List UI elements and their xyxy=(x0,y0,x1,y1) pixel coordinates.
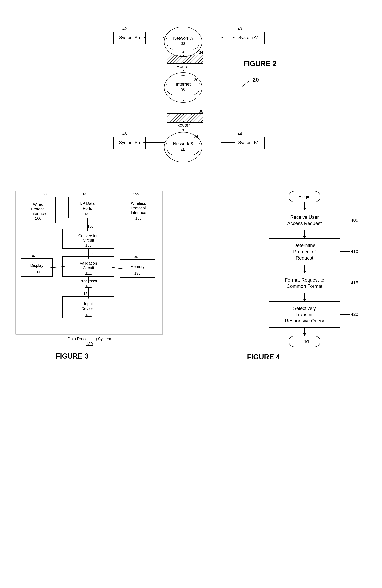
step410-ref: 410 xyxy=(351,249,358,254)
svg-text:Circuit: Circuit xyxy=(83,266,94,270)
svg-text:150: 150 xyxy=(85,243,92,248)
figure4-label: FIGURE 4 xyxy=(243,353,366,361)
svg-text:30: 30 xyxy=(181,87,185,91)
svg-text:Wireless: Wireless xyxy=(131,201,146,206)
svg-text:System A1: System A1 xyxy=(238,35,259,40)
svg-marker-52 xyxy=(221,37,223,39)
svg-text:Conversion: Conversion xyxy=(78,233,98,238)
svg-text:34: 34 xyxy=(199,50,203,55)
step405-ref: 405 xyxy=(351,218,358,223)
svg-text:46: 46 xyxy=(122,132,127,136)
svg-text:165: 165 xyxy=(85,271,92,275)
step420-ref: 420 xyxy=(351,312,358,317)
flow-step-420: Selectively Transmit Responsive Query xyxy=(269,301,340,328)
svg-text:38: 38 xyxy=(199,109,203,113)
svg-text:44: 44 xyxy=(237,132,242,136)
svg-text:136: 136 xyxy=(132,255,138,259)
svg-marker-70 xyxy=(221,142,223,143)
svg-text:Protocol: Protocol xyxy=(31,207,45,211)
svg-text:36: 36 xyxy=(194,135,198,139)
svg-text:Display: Display xyxy=(30,263,43,268)
svg-text:Network A: Network A xyxy=(173,36,193,41)
svg-text:20: 20 xyxy=(253,77,259,83)
svg-line-75 xyxy=(241,81,249,87)
svg-text:System B1: System B1 xyxy=(238,140,259,145)
svg-text:40: 40 xyxy=(237,27,242,31)
svg-text:Interface: Interface xyxy=(131,210,146,215)
svg-text:Ports: Ports xyxy=(83,206,92,211)
svg-text:136: 136 xyxy=(134,271,141,275)
svg-text:I/P Data: I/P Data xyxy=(80,201,95,206)
svg-text:30: 30 xyxy=(194,78,198,82)
svg-text:Validation: Validation xyxy=(80,261,97,265)
svg-marker-61 xyxy=(182,70,184,72)
svg-text:Wired: Wired xyxy=(33,202,43,207)
svg-text:Input: Input xyxy=(84,302,93,306)
svg-text:System Bn: System Bn xyxy=(119,140,140,145)
svg-text:150: 150 xyxy=(87,224,93,228)
svg-text:134: 134 xyxy=(34,270,40,274)
svg-text:138: 138 xyxy=(85,284,92,288)
svg-text:Memory: Memory xyxy=(130,264,145,269)
svg-text:155: 155 xyxy=(133,192,139,196)
figure3-label: FIGURE 3 xyxy=(56,352,89,360)
flow-step-405: Receive User Access Request xyxy=(269,210,340,230)
svg-text:Internet: Internet xyxy=(176,82,191,86)
step415-ref: 415 xyxy=(351,280,358,286)
svg-text:146: 146 xyxy=(84,212,91,216)
svg-marker-67 xyxy=(182,129,184,132)
svg-rect-44 xyxy=(167,113,203,122)
svg-text:Circuit: Circuit xyxy=(83,238,94,242)
svg-text:42: 42 xyxy=(122,27,127,31)
svg-text:155: 155 xyxy=(135,216,142,220)
flow-end: End xyxy=(289,336,320,347)
svg-point-6 xyxy=(166,30,200,52)
svg-text:Network B: Network B xyxy=(173,141,193,146)
svg-text:Interface: Interface xyxy=(30,211,46,216)
svg-text:Devices: Devices xyxy=(81,306,95,311)
flow-step-410: Determine Protocol of Request xyxy=(269,238,340,265)
flow-begin: Begin xyxy=(289,191,320,202)
svg-text:134: 134 xyxy=(29,254,35,258)
svg-text:132: 132 xyxy=(85,313,92,317)
svg-text:32: 32 xyxy=(181,42,185,45)
svg-text:130: 130 xyxy=(86,341,93,346)
svg-text:Protocol: Protocol xyxy=(131,206,146,210)
svg-text:System An: System An xyxy=(119,35,140,40)
flow-step-415: Format Request to Common Format xyxy=(269,273,340,293)
svg-rect-41 xyxy=(167,55,203,64)
svg-text:160: 160 xyxy=(41,192,47,196)
svg-text:146: 146 xyxy=(82,192,88,196)
svg-text:Data Processing System: Data Processing System xyxy=(68,336,111,341)
figure2-label: FIGURE 2 xyxy=(243,60,276,68)
svg-text:160: 160 xyxy=(35,216,41,220)
svg-text:36: 36 xyxy=(181,147,185,151)
